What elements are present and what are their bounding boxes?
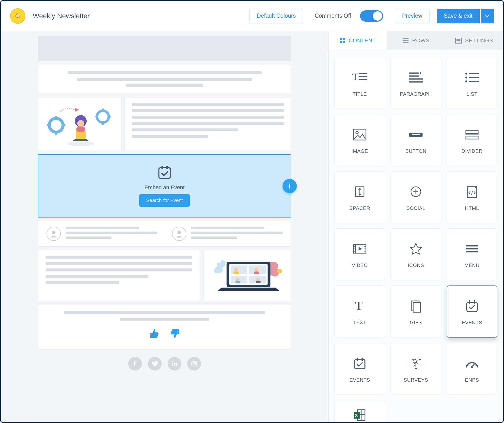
widget-menu[interactable]: MENU — [447, 228, 497, 280]
svg-point-7 — [49, 118, 63, 132]
svg-rect-109 — [362, 358, 363, 361]
widget-events-alt[interactable]: EVENTS — [334, 343, 385, 395]
comments-toggle[interactable] — [360, 10, 383, 22]
svg-rect-104 — [467, 302, 477, 312]
widget-list[interactable]: LIST — [447, 57, 497, 109]
svg-rect-11 — [63, 124, 65, 126]
twitter-icon[interactable] — [148, 357, 162, 371]
svg-rect-40 — [235, 281, 240, 283]
svg-rect-51 — [340, 41, 342, 43]
widget-title[interactable]: T TITLE — [334, 57, 385, 109]
save-exit-button[interactable]: Save & exit — [437, 9, 480, 23]
placeholder-line — [66, 236, 111, 239]
chevron-down-icon — [485, 15, 489, 17]
tab-label: ROWS — [412, 37, 429, 44]
widget-label: SPACER — [349, 205, 370, 211]
svg-line-115 — [476, 365, 477, 366]
thumbs-up-button[interactable] — [148, 328, 160, 341]
linkedin-icon[interactable] — [168, 357, 181, 371]
text-block[interactable] — [125, 97, 291, 151]
calendar-check-icon — [463, 298, 481, 314]
svg-rect-14 — [102, 123, 104, 125]
footer-block[interactable] — [38, 305, 291, 349]
hero-placeholder[interactable] — [38, 36, 291, 61]
gauge-icon — [463, 355, 481, 372]
svg-point-71 — [465, 77, 467, 78]
widget-label: GIFS — [410, 320, 422, 325]
person-card — [47, 227, 157, 241]
widget-label: MENU — [464, 263, 479, 268]
svg-point-21 — [77, 120, 84, 127]
widget-events[interactable]: EVENTS — [447, 285, 497, 338]
widget-enps[interactable]: ENPS — [447, 343, 497, 395]
widget-spacer[interactable]: SPACER — [334, 171, 385, 223]
svg-point-39 — [236, 278, 239, 281]
people-row[interactable] — [38, 221, 291, 247]
svg-text:X: X — [355, 413, 358, 418]
svg-point-6 — [18, 14, 19, 15]
widget-paragraph[interactable]: ¶ PARAGRAPH — [391, 57, 441, 109]
tab-content[interactable]: CONTENT — [329, 31, 387, 50]
svg-rect-31 — [231, 266, 247, 274]
app-logo — [10, 8, 25, 24]
widget-image[interactable]: IMAGE — [334, 114, 385, 166]
svg-point-37 — [254, 268, 259, 272]
excel-icon: X — [351, 407, 368, 422]
placeholder-line — [132, 103, 284, 106]
placeholder-line — [191, 227, 265, 229]
image-block[interactable] — [203, 250, 291, 301]
tab-rows[interactable]: ROWS — [387, 31, 445, 50]
thumbs-down-button[interactable] — [170, 328, 181, 341]
search-for-event-button[interactable]: Search for Event — [139, 194, 190, 207]
svg-rect-10 — [47, 124, 49, 126]
avatar — [47, 227, 61, 241]
widget-video[interactable]: VIDEO — [334, 228, 385, 280]
svg-rect-8 — [55, 116, 57, 118]
svg-rect-24 — [161, 166, 163, 170]
paragraph-icon: ¶ — [407, 69, 425, 86]
placeholder-line — [191, 236, 237, 239]
comments-toggle-label: Comments Off — [315, 13, 351, 19]
event-dropzone[interactable]: Embed an Event Search for Event — [38, 154, 291, 218]
html-icon — [463, 183, 481, 200]
widget-button[interactable]: BUTTON — [391, 114, 441, 166]
svg-point-47 — [193, 362, 195, 365]
side-tabs: CONTENT ROWS SETTINGS — [329, 31, 503, 50]
tab-settings[interactable]: SETTINGS — [445, 31, 503, 50]
add-block-button[interactable] — [283, 179, 297, 193]
person-card — [172, 227, 283, 241]
widget-excel[interactable]: X — [334, 400, 385, 422]
gifs-icon — [407, 298, 425, 314]
widget-text[interactable]: T TEXT — [334, 285, 385, 337]
widget-label: SURVEYS — [404, 377, 428, 383]
svg-rect-38 — [254, 271, 259, 274]
text-icon: T — [351, 298, 368, 314]
svg-rect-36 — [233, 271, 239, 274]
widget-gifs[interactable]: GIFS — [391, 285, 441, 337]
instagram-icon[interactable] — [187, 357, 201, 371]
svg-point-45 — [172, 361, 173, 362]
save-exit-dropdown[interactable] — [481, 9, 494, 23]
text-block[interactable] — [38, 250, 200, 301]
text-block[interactable] — [38, 65, 291, 94]
widget-icons[interactable]: ICONS — [391, 228, 441, 280]
preview-button[interactable]: Preview — [395, 9, 429, 23]
image-icon — [351, 126, 368, 143]
default-colours-button[interactable]: Default Colours — [250, 9, 303, 23]
svg-marker-17 — [75, 108, 79, 112]
placeholder-line — [68, 71, 262, 74]
widget-divider[interactable]: DIVIDER — [447, 114, 497, 166]
image-block[interactable] — [38, 97, 121, 151]
widget-label: DIVIDER — [461, 148, 482, 154]
image-text-row — [38, 97, 291, 151]
calendar-check-icon — [156, 164, 173, 181]
placeholder-line — [132, 128, 238, 131]
widget-html[interactable]: HTML — [447, 171, 497, 223]
svg-rect-106 — [474, 300, 475, 304]
facebook-icon[interactable] — [128, 357, 142, 371]
editor-canvas[interactable]: Embed an Event Search for Event — [1, 31, 328, 422]
widget-surveys[interactable]: SURVEYS — [391, 343, 441, 395]
widget-social[interactable]: SOCIAL — [391, 171, 441, 223]
main: Embed an Event Search for Event — [1, 31, 503, 422]
svg-rect-16 — [109, 116, 111, 117]
